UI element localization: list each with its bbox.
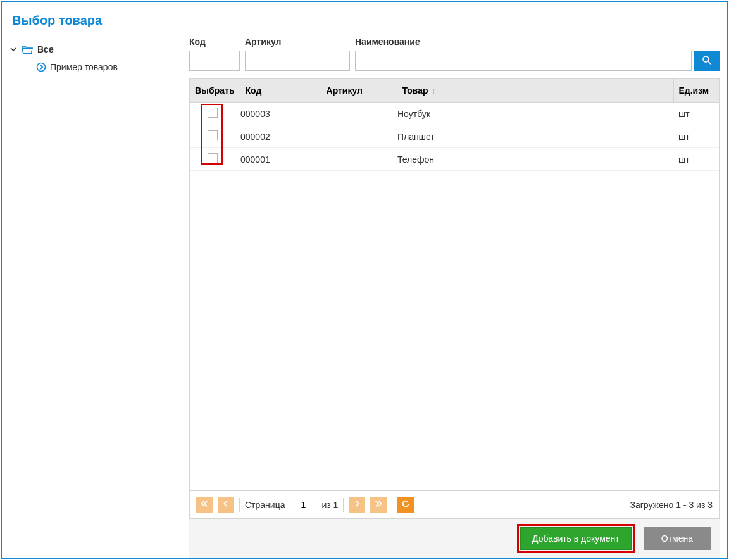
- cell-name: Ноутбук: [392, 103, 673, 125]
- cell-unit: шт: [673, 103, 719, 125]
- svg-point-0: [37, 63, 46, 72]
- pager: Страница из 1 Загружено 1 - 3 из 3: [190, 490, 719, 518]
- filter-article-input[interactable]: [245, 51, 350, 71]
- cell-name: Планшет: [392, 125, 673, 148]
- cell-name: Телефон: [392, 148, 673, 171]
- cell-unit: шт: [673, 125, 719, 148]
- filter-name: Наименование: [355, 37, 692, 71]
- col-name[interactable]: Товар ↑: [397, 79, 673, 103]
- page-input[interactable]: [290, 497, 316, 513]
- add-to-document-button[interactable]: Добавить в документ: [520, 527, 632, 550]
- row-checkbox[interactable]: [208, 108, 218, 118]
- refresh-icon: [401, 499, 410, 510]
- cancel-button[interactable]: Отмена: [644, 527, 711, 550]
- filter-article: Артикул: [245, 37, 350, 71]
- table-row[interactable]: 000001 Телефон шт: [190, 148, 719, 171]
- cell-code: 000002: [235, 125, 316, 148]
- refresh-button[interactable]: [397, 497, 414, 513]
- filter-name-input[interactable]: [355, 51, 692, 71]
- page-of-label: из 1: [321, 500, 338, 510]
- prev-page-button[interactable]: [218, 497, 234, 513]
- add-button-highlight: Добавить в документ: [517, 524, 635, 553]
- last-page-button[interactable]: [370, 497, 387, 513]
- separator: [392, 498, 392, 512]
- expand-toggle-icon[interactable]: [8, 44, 18, 54]
- col-select[interactable]: Выбрать: [190, 79, 240, 103]
- filter-bar: Код Артикул Наименование: [189, 37, 720, 71]
- svg-point-1: [703, 56, 709, 62]
- table-row[interactable]: 000002 Планшет шт: [190, 125, 719, 148]
- cell-code: 000001: [235, 148, 316, 171]
- category-tree: Все Пример товаров: [2, 37, 183, 558]
- dialog-footer: Добавить в документ Отмена: [189, 519, 720, 558]
- filter-code-label: Код: [189, 37, 240, 47]
- search-icon: [701, 54, 713, 68]
- tree-node-label: Все: [37, 44, 54, 54]
- row-checkbox[interactable]: [208, 153, 218, 163]
- first-page-button[interactable]: [196, 497, 213, 513]
- dialog-title: Выбор товара: [2, 2, 727, 37]
- col-name-label: Товар: [402, 85, 428, 96]
- chevron-left-icon: [221, 499, 230, 510]
- table-header-row: Выбрать Код Артикул Товар ↑ Ед.изм: [190, 79, 719, 103]
- cell-unit: шт: [673, 148, 719, 171]
- row-checkbox[interactable]: [208, 130, 218, 140]
- col-code[interactable]: Код: [240, 79, 321, 103]
- col-unit[interactable]: Ед.изм: [673, 79, 719, 103]
- tree-node-label: Пример товаров: [50, 62, 118, 72]
- pager-status: Загружено 1 - 3 из 3: [630, 500, 713, 510]
- filter-article-label: Артикул: [245, 37, 350, 47]
- tree-node-child[interactable]: Пример товаров: [8, 57, 177, 75]
- dialog-content: Все Пример товаров Код Артикул: [2, 37, 727, 558]
- product-picker-dialog: Выбор товара Все Пример товаров: [1, 1, 728, 559]
- col-article[interactable]: Артикул: [321, 79, 397, 103]
- main-area: Код Артикул Наименование: [183, 37, 727, 558]
- chevron-double-right-icon: [374, 499, 383, 510]
- table-row[interactable]: 000003 Ноутбук шт: [190, 103, 719, 125]
- chevron-circle-right-icon: [36, 62, 46, 72]
- filter-code-input[interactable]: [189, 51, 240, 71]
- products-table: Выбрать Код Артикул Товар ↑ Ед.изм: [189, 78, 720, 519]
- folder-open-icon: [21, 44, 34, 54]
- cell-article: [316, 125, 392, 148]
- search-button[interactable]: [694, 51, 720, 71]
- cell-code: 000003: [235, 103, 316, 125]
- chevron-double-left-icon: [200, 499, 209, 510]
- svg-line-2: [708, 61, 711, 65]
- filter-code: Код: [189, 37, 240, 71]
- chevron-right-icon: [352, 499, 361, 510]
- tree-node-root[interactable]: Все: [8, 42, 177, 57]
- cell-article: [316, 103, 392, 125]
- page-label: Страница: [245, 500, 285, 510]
- filter-name-label: Наименование: [355, 37, 692, 47]
- next-page-button[interactable]: [349, 497, 365, 513]
- separator: [239, 498, 240, 512]
- cell-article: [316, 148, 392, 171]
- table-body: 000003 Ноутбук шт 000002 Планшет шт: [190, 103, 719, 490]
- sort-asc-icon: ↑: [432, 87, 435, 96]
- separator: [343, 498, 344, 512]
